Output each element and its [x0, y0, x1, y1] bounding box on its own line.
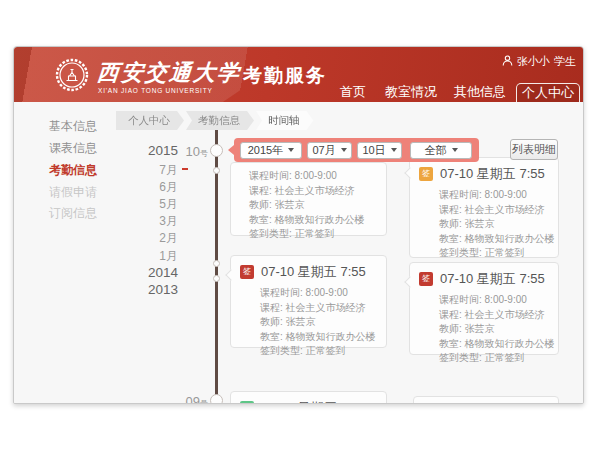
day-dropdown[interactable]: 10日: [357, 142, 402, 159]
field-label: 教师:: [439, 323, 462, 334]
card-date: 07-10 星期五 7:55: [261, 263, 366, 281]
app-window: 西安交通大学 XI'AN JIAO TONG UNIVERSITY 考勤服务 张…: [13, 46, 584, 404]
field-label: 教室:: [260, 331, 283, 342]
card-date: 07-10 星期五 7:55: [440, 165, 545, 183]
field-label: 签到类型:: [439, 247, 482, 258]
year-dropdown[interactable]: 2015年: [240, 142, 302, 159]
timeline-node: [210, 394, 223, 404]
date-filter-bar: 2015年 07月 10日 全部: [234, 138, 479, 162]
university-name-en: XI'AN JIAO TONG UNIVERSITY: [98, 87, 213, 94]
chevron-down-icon: [288, 148, 294, 152]
university-name-cn: 西安交通大学: [96, 58, 243, 88]
field-label: 课程:: [260, 302, 283, 313]
day-marker-10[interactable]: 10号: [168, 144, 208, 159]
nav-item-home[interactable]: 首页: [333, 84, 373, 100]
field-label: 教室:: [249, 214, 272, 225]
timeline-scale-january[interactable]: 1月: [114, 248, 178, 265]
timeline-scale-february[interactable]: 2月: [114, 230, 178, 247]
user-name: 张小小: [517, 54, 550, 69]
timeline-scale-june[interactable]: 6月: [114, 179, 178, 196]
field-value: 格物致知行政办公楼: [465, 233, 555, 244]
checkin-stamp-icon: 签: [419, 272, 433, 286]
field-label: 教室:: [439, 338, 462, 349]
timeline-node: [210, 144, 223, 157]
timeline-scale-march[interactable]: 3月: [114, 213, 178, 230]
field-label: 签到类型:: [249, 228, 292, 239]
current-month-tick: [182, 168, 188, 170]
nav-item-classrooms[interactable]: 教室情况: [385, 84, 437, 100]
day-marker-09[interactable]: 09号: [168, 394, 208, 404]
field-value: 格物致知行政办公楼: [286, 331, 376, 342]
type-dropdown[interactable]: 全部: [410, 142, 472, 159]
list-detail-button[interactable]: 列表明细: [510, 139, 558, 160]
field-value: 8:00-9:00: [306, 287, 348, 298]
breadcrumb-personal-center[interactable]: 个人中心: [116, 111, 184, 130]
timeline-scale-2013[interactable]: 2013: [114, 282, 178, 297]
attendance-card: 课程时间: 8:00-9:00 课程: 社会主义市场经济 教师: 张芸京 教室:…: [230, 162, 387, 236]
card-date: 07-10 星期五 7:55: [440, 270, 545, 288]
field-label: 教师:: [249, 199, 272, 210]
field-label: 签到类型:: [439, 352, 482, 363]
user-role: 学生: [554, 54, 576, 69]
field-value: 张芸京: [286, 316, 316, 327]
breadcrumb-attendance-info[interactable]: 考勤信息: [186, 111, 254, 130]
field-label: 课程:: [439, 204, 462, 215]
page-title: 考勤服务: [243, 63, 327, 89]
field-value: 社会主义市场经济: [465, 309, 545, 320]
field-value: 正常签到: [295, 228, 335, 239]
chevron-down-icon: [341, 148, 347, 152]
field-value: 张芸京: [465, 323, 495, 334]
timeline-scale-may[interactable]: 5月: [114, 196, 178, 213]
field-value: 正常签到: [485, 352, 525, 363]
field-value: 格物致知行政办公楼: [275, 214, 365, 225]
attendance-card: 签 07-10 星期五 7:55 课程时间: 8:00-9:00 课程: 社会主…: [409, 262, 559, 355]
field-label: 教师:: [439, 218, 462, 229]
field-value: 社会主义市场经济: [286, 302, 366, 313]
breadcrumb-timeline-active[interactable]: 时间轴: [256, 111, 314, 130]
breadcrumb: 个人中心 考勤信息 时间轴: [116, 111, 314, 130]
nav-item-personal-center-active[interactable]: 个人中心: [516, 83, 580, 102]
timeline-scale-2014[interactable]: 2014: [114, 265, 178, 280]
user-icon: [502, 55, 513, 68]
chevron-down-icon: [391, 148, 397, 152]
month-dropdown[interactable]: 07月: [307, 142, 352, 159]
field-value: 正常签到: [485, 247, 525, 258]
chevron-down-icon: [452, 148, 458, 152]
field-label: 课程时间:: [249, 170, 292, 181]
nav-item-other-info[interactable]: 其他信息: [454, 84, 506, 100]
field-value: 张芸京: [275, 199, 305, 210]
field-value: 张芸京: [465, 218, 495, 229]
timeline-node: [213, 260, 220, 267]
attendance-card: 签 07-10 星期五 7:55 课程时间: 8:00-9:00 课程: 社会主…: [409, 157, 559, 258]
field-value: 8:00-9:00: [295, 170, 337, 181]
timeline-scale-july[interactable]: 7月: [114, 162, 178, 179]
university-logo-icon: [55, 58, 89, 92]
field-label: 签到类型:: [260, 345, 303, 356]
field-value: 8:00-9:00: [485, 189, 527, 200]
main-content: 基本信息 课表信息 考勤信息 请假申请 订阅信息 个人中心 考勤信息 时间轴 2…: [14, 102, 584, 404]
field-label: 课程:: [439, 309, 462, 320]
field-value: 社会主义市场经济: [465, 204, 545, 215]
checkin-stamp-icon: 签: [419, 167, 433, 181]
field-value: 社会主义市场经济: [275, 185, 355, 196]
field-value: 格物致知行政办公楼: [465, 338, 555, 349]
attendance-card: 签 07-10 星期五 7:55 课程时间: 8:00-9:00 课程: 社会主…: [230, 255, 387, 348]
field-label: 课程时间:: [439, 189, 482, 200]
field-value: 正常签到: [306, 345, 346, 356]
field-label: 课程时间:: [439, 294, 482, 305]
field-label: 教师:: [260, 316, 283, 327]
field-label: 课程:: [249, 185, 272, 196]
checkin-stamp-icon: 签: [240, 265, 254, 279]
field-label: 教室:: [439, 233, 462, 244]
field-value: 8:00-9:00: [485, 294, 527, 305]
attendance-card: 签 07-09 星期四 7:55: [230, 391, 387, 404]
attendance-card-partial: [413, 396, 559, 404]
app-header: 西安交通大学 XI'AN JIAO TONG UNIVERSITY 考勤服务 张…: [14, 47, 584, 102]
timeline-node: [213, 167, 220, 174]
field-label: 课程时间:: [260, 287, 303, 298]
screenshot-stage: 西安交通大学 XI'AN JIAO TONG UNIVERSITY 考勤服务 张…: [0, 0, 600, 450]
user-info[interactable]: 张小小 学生: [502, 54, 576, 69]
timeline-node: [213, 275, 220, 282]
checkin-stamp-icon: 签: [240, 401, 254, 404]
card-date: 07-09 星期四 7:55: [261, 399, 366, 404]
